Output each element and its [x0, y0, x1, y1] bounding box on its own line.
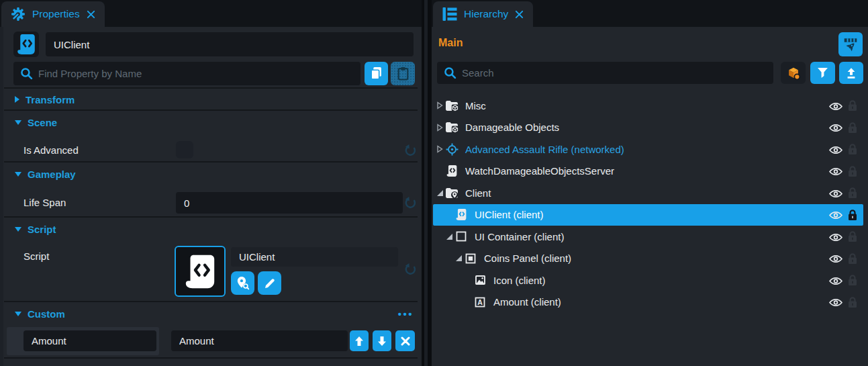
reset-icon[interactable] [403, 262, 418, 276]
tree-row[interactable]: Icon (client) [433, 269, 863, 291]
visibility-eye-icon[interactable] [829, 254, 842, 263]
find-property-input[interactable] [38, 68, 354, 79]
expand-arrow-expanded[interactable] [444, 231, 454, 242]
section-custom[interactable]: Custom ••• [0, 304, 422, 324]
lock-icon[interactable] [847, 274, 858, 286]
edit-script-button[interactable] [258, 271, 281, 295]
name-input[interactable] [46, 32, 414, 56]
tree-row[interactable]: UIClient (client) [433, 204, 863, 226]
asset-view-button[interactable] [781, 62, 806, 84]
lock-icon[interactable] [847, 165, 858, 177]
visibility-eye-icon[interactable] [829, 167, 842, 175]
lock-icon[interactable] [847, 296, 858, 308]
expand-arrow-collapsed[interactable] [434, 100, 445, 111]
export-button[interactable] [839, 62, 863, 84]
expand-arrow-icon [15, 227, 21, 232]
move-up-button[interactable] [350, 330, 369, 351]
visibility-eye-icon[interactable] [829, 145, 842, 154]
tree-row[interactable]: Misc [433, 95, 863, 117]
move-down-button[interactable] [373, 330, 391, 351]
tree-row[interactable]: Client [433, 182, 863, 204]
script-icon [185, 254, 215, 289]
visibility-eye-icon[interactable] [829, 298, 842, 306]
reset-icon[interactable] [403, 195, 418, 210]
section-gameplay[interactable]: Gameplay [0, 164, 422, 184]
panel-splitter[interactable] [424, 0, 428, 366]
section-script[interactable]: Script [0, 219, 422, 239]
tree-row[interactable]: Advanced Assault Rifle (networked) [433, 138, 863, 161]
tree-row[interactable]: Damageable Objects [433, 117, 863, 139]
square-filled-icon [464, 252, 477, 265]
search-icon [444, 66, 456, 79]
find-in-scene-button[interactable] [231, 271, 254, 295]
copy-button[interactable] [365, 62, 388, 85]
tree-row[interactable]: WatchDamageableObjectsServer [433, 161, 863, 183]
paste-button[interactable] [391, 62, 415, 85]
expand-arrow-expanded[interactable] [434, 187, 445, 198]
properties-panel: Properties [0, 0, 422, 366]
tab-label: Properties [32, 8, 80, 20]
visibility-eye-icon[interactable] [829, 101, 842, 110]
expand-arrow-expanded[interactable] [453, 253, 464, 264]
gear-icon [11, 7, 26, 21]
lock-icon[interactable] [847, 143, 858, 155]
custom-property-name-input[interactable] [23, 330, 156, 351]
tree-row[interactable]: UI Container (client) [433, 226, 863, 248]
pencil-icon [264, 277, 276, 289]
item-label: Advanced Assault Rifle (networked) [465, 144, 624, 155]
script-name-field[interactable] [231, 247, 398, 267]
reset-icon[interactable] [403, 143, 418, 157]
filter-button[interactable] [810, 62, 835, 84]
lock-icon[interactable] [847, 253, 858, 265]
scene-name[interactable]: Main [438, 37, 463, 49]
script-slot[interactable] [175, 246, 226, 297]
script-asset-icon [13, 32, 39, 57]
item-label: Client [465, 187, 491, 199]
hierarchy-search-input[interactable] [462, 67, 767, 79]
script-icon [445, 165, 459, 178]
visibility-eye-icon[interactable] [829, 276, 842, 285]
section-transform[interactable]: Transform [0, 89, 422, 109]
scene-settings-button[interactable] [838, 32, 863, 56]
folder-cube-icon [445, 99, 459, 112]
filter-icon [817, 67, 828, 79]
expand-arrow [463, 297, 473, 308]
crosshair-icon [445, 142, 459, 156]
tab-label: Hierarchy [464, 8, 508, 20]
x-icon [401, 336, 410, 346]
item-label: UIClient (client) [475, 209, 544, 220]
square-outline-icon [454, 230, 468, 243]
visibility-eye-icon[interactable] [829, 189, 842, 197]
visibility-eye-icon[interactable] [829, 123, 842, 132]
life-span-input[interactable] [176, 192, 403, 214]
lock-icon[interactable] [847, 187, 858, 199]
lock-icon[interactable] [847, 230, 858, 242]
find-property-box [13, 62, 360, 85]
properties-body: Transform Scene Is Advanced Gameplay Lif… [0, 27, 422, 366]
delete-property-button[interactable] [395, 330, 415, 351]
hierarchy-tabbar: Hierarchy [432, 0, 868, 27]
lock-icon[interactable] [847, 209, 858, 221]
lock-icon[interactable] [847, 99, 858, 111]
section-scene[interactable]: Scene [0, 112, 422, 132]
tree-row[interactable]: Coins Panel (client) [433, 248, 863, 270]
tab-properties[interactable]: Properties [1, 1, 105, 27]
svg-text:A: A [477, 298, 483, 306]
visibility-eye-icon[interactable] [829, 232, 842, 241]
is-advanced-checkbox[interactable] [176, 141, 193, 158]
visibility-eye-icon[interactable] [829, 210, 842, 219]
section-label: Scene [28, 117, 57, 128]
expand-arrow-collapsed[interactable] [434, 122, 445, 133]
script-icon [454, 208, 468, 222]
custom-menu-button[interactable]: ••• [398, 308, 414, 320]
expand-arrow-icon [15, 172, 21, 177]
tab-hierarchy[interactable]: Hierarchy [433, 1, 533, 27]
expand-arrow-collapsed[interactable] [434, 144, 445, 154]
close-icon[interactable] [87, 10, 95, 19]
tree-row[interactable]: A Amount (client) [433, 291, 863, 314]
lock-icon[interactable] [847, 122, 858, 134]
pin-search-icon [236, 276, 250, 290]
close-icon[interactable] [515, 10, 524, 19]
divider [4, 87, 418, 89]
custom-property-value-input[interactable] [171, 330, 348, 351]
